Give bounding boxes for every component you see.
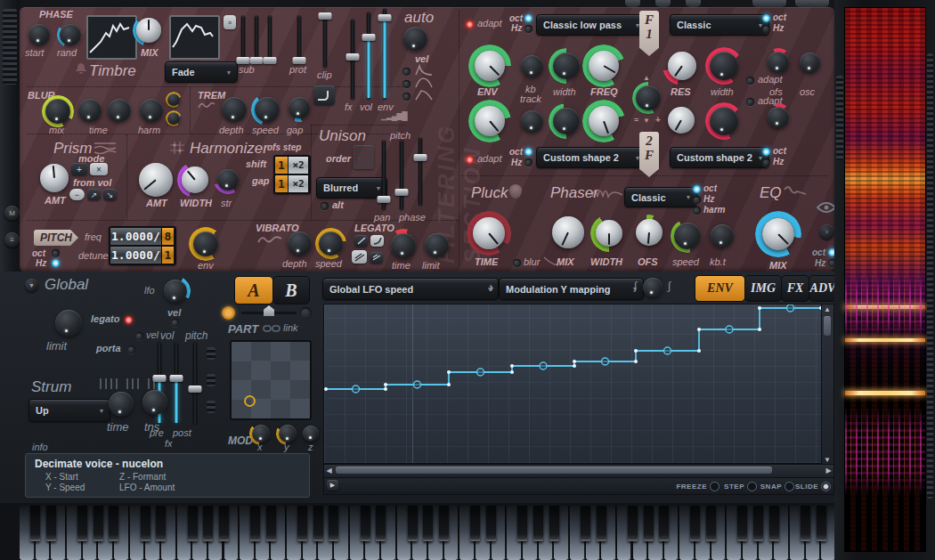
f1-width-knob[interactable] — [553, 53, 580, 79]
piano-keyboard[interactable] — [20, 506, 837, 560]
editor-menu-button[interactable]: ▶ — [327, 480, 338, 491]
unison-pan-slider[interactable] — [382, 141, 386, 210]
global-limit-knob[interactable] — [55, 310, 82, 337]
legato-mode-button-3[interactable] — [352, 250, 367, 264]
piano-key-black[interactable] — [769, 506, 779, 541]
piano-key-black[interactable] — [46, 506, 56, 541]
f2-width-adapt-radio[interactable] — [746, 98, 754, 106]
piano-key-black[interactable] — [801, 506, 810, 541]
strum-time-knob[interactable] — [109, 392, 134, 417]
strum-direction-dropdown[interactable]: Up — [28, 399, 110, 422]
phase-rand-knob[interactable] — [60, 24, 81, 45]
lfo-knob[interactable] — [164, 280, 187, 303]
part-b-tab[interactable]: B — [272, 276, 310, 304]
blur-time-knob[interactable] — [78, 99, 102, 122]
vel-env-radio-3[interactable] — [402, 93, 411, 101]
strum-tns-knob[interactable] — [142, 390, 167, 415]
vel-env-radio-1[interactable] — [402, 68, 411, 76]
f1-ofs-knob[interactable] — [768, 52, 789, 73]
unison-order-button[interactable] — [353, 145, 374, 169]
sub-slider-3[interactable] — [268, 16, 272, 62]
mod-z-knob[interactable] — [303, 426, 319, 442]
piano-key-black[interactable] — [250, 506, 260, 541]
f2-width-knob[interactable] — [553, 108, 580, 134]
piano-key-black[interactable] — [297, 506, 307, 541]
scroll-up-icon[interactable]: ▲ — [822, 304, 833, 314]
phaser-type-dropdown[interactable]: Classic — [624, 187, 697, 207]
global-vel-radio[interactable] — [135, 332, 143, 340]
filter2-hz-radio[interactable] — [524, 158, 533, 166]
harmonizer-shift-value[interactable]: 1 ×2 — [273, 155, 311, 175]
piano-key-black[interactable] — [329, 506, 338, 541]
piano-key-black[interactable] — [659, 506, 669, 541]
piano-key-black[interactable] — [361, 506, 370, 541]
menu-button[interactable]: ≡ — [4, 232, 20, 248]
env-slider[interactable] — [383, 9, 386, 100]
f2-width2-knob[interactable] — [710, 107, 738, 135]
phaser-width-knob[interactable] — [596, 220, 622, 247]
blur-time2-knob[interactable] — [108, 99, 131, 122]
hscroll-thumb[interactable] — [336, 467, 772, 474]
legato-time-knob[interactable] — [391, 233, 416, 258]
legato-mode-button-4[interactable] — [370, 252, 383, 264]
phaser-hz-radio[interactable] — [693, 196, 701, 204]
scroll-right-icon[interactable]: ▶ — [824, 465, 833, 475]
envelope-curve[interactable] — [324, 304, 821, 463]
envelope-editor[interactable] — [323, 304, 822, 464]
piano-key-black[interactable] — [423, 506, 433, 541]
global-porta-radio[interactable] — [127, 345, 135, 353]
piano-key-black[interactable] — [628, 506, 638, 541]
f1-width-adapt-radio[interactable] — [746, 77, 754, 85]
piano-key-black[interactable] — [141, 506, 150, 541]
piano-key-black[interactable] — [517, 506, 527, 541]
mapping-type-dropdown[interactable]: Modulation Y mapping — [499, 278, 644, 300]
filter-mix-knob[interactable] — [636, 85, 661, 110]
slider-preset-2[interactable] — [207, 374, 215, 386]
slider-preset-3[interactable] — [207, 401, 215, 413]
prism-amt-knob[interactable] — [40, 164, 69, 192]
sub-slider-1[interactable] — [241, 16, 245, 62]
trem-speed-knob[interactable] — [255, 97, 280, 122]
mod-xy-pad[interactable] — [230, 340, 312, 420]
piano-key-black[interactable] — [376, 506, 386, 541]
global-legato-led[interactable] — [125, 316, 133, 324]
piano-key-black[interactable] — [486, 506, 496, 541]
piano-key-black[interactable] — [109, 506, 118, 541]
filter1-right-oct-radio[interactable] — [762, 14, 770, 22]
blur-small-knob-1[interactable] — [167, 93, 180, 106]
editor-hscrollbar[interactable]: ◀ ▶ — [323, 464, 834, 478]
piano-key-black[interactable] — [753, 506, 763, 541]
filter2-right-hz-radio[interactable] — [762, 158, 770, 166]
piano-key-black[interactable] — [156, 506, 166, 541]
unison-mode-dropdown[interactable]: Blurred — [316, 177, 387, 199]
legato-limit-knob[interactable] — [425, 233, 449, 257]
filter2-oct-radio[interactable] — [524, 148, 533, 156]
pluck-blur-radio[interactable] — [513, 259, 521, 267]
sub-slider-2[interactable] — [255, 16, 258, 62]
part-power-toggle[interactable] — [222, 306, 235, 320]
filter2-type-right-dropdown[interactable]: Custom shape 2 — [670, 147, 769, 168]
piano-key-black[interactable] — [313, 506, 323, 541]
filter1-type-right-dropdown[interactable]: Classic — [670, 14, 769, 36]
piano-key-black[interactable] — [219, 506, 229, 541]
tab-img[interactable]: IMG — [744, 275, 782, 302]
clip-curve-button[interactable] — [313, 85, 335, 105]
fx-slider[interactable] — [351, 20, 354, 100]
f2-kbtrack-knob[interactable] — [521, 110, 543, 133]
piano-key-black[interactable] — [77, 506, 87, 541]
preview-button[interactable]: › — [819, 224, 834, 239]
piano-key-black[interactable] — [533, 506, 543, 541]
phaser-kbt-knob[interactable] — [711, 224, 734, 248]
piano-key-black[interactable] — [737, 506, 747, 541]
phaser-ofs-knob[interactable] — [636, 219, 663, 246]
vibrato-speed-knob[interactable] — [319, 231, 343, 256]
filter1-type-left-dropdown[interactable]: Classic low pass — [536, 14, 646, 36]
pitch-oct-radio[interactable] — [52, 249, 60, 257]
eq-mix-knob[interactable] — [762, 218, 794, 250]
piano-key-black[interactable] — [408, 506, 418, 541]
timbre-menu-button[interactable]: ≡ — [224, 15, 236, 29]
piano-key-black[interactable] — [30, 506, 40, 541]
f1-osc-knob[interactable] — [800, 53, 820, 73]
auto-knob[interactable] — [403, 27, 427, 51]
freeze-toggle[interactable] — [710, 482, 720, 491]
